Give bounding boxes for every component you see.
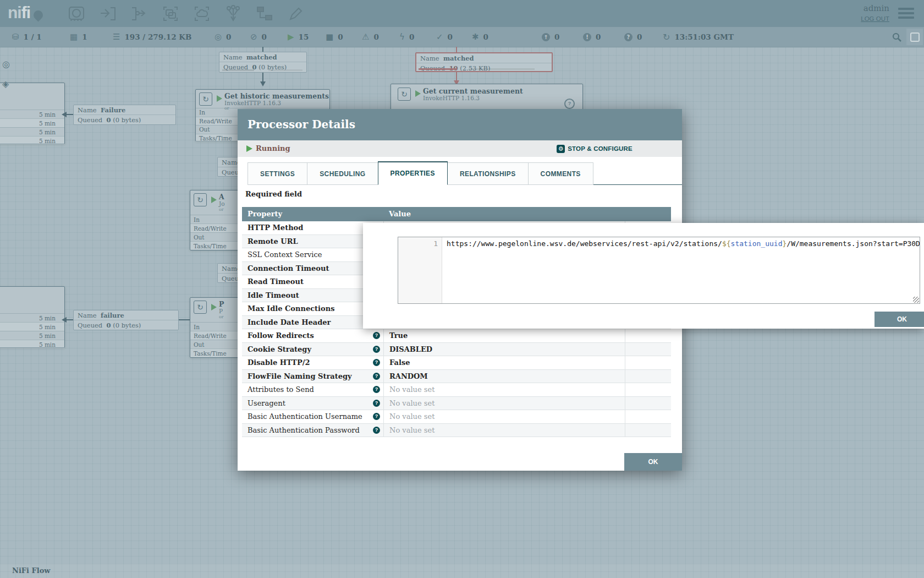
property-row: Cookie Strategy?DISABLED: [242, 343, 671, 357]
dialog-status-bar: Running ⚙ STOP & CONFIGURE: [238, 140, 682, 157]
property-row: Basic Authentication Password?No value s…: [242, 424, 671, 438]
property-value[interactable]: True: [383, 329, 625, 342]
line-number-gutter: 1: [398, 237, 442, 303]
property-value[interactable]: No value set: [383, 383, 625, 396]
property-name: Follow Redirects?: [242, 329, 383, 342]
property-name: Idle Timeout?: [242, 289, 383, 302]
property-name: Useragent?: [242, 397, 383, 410]
help-icon[interactable]: ?: [373, 386, 380, 393]
property-name: Attributes to Send?: [242, 383, 383, 396]
property-name: Remote URL?: [242, 235, 383, 248]
property-value[interactable]: No value set: [383, 424, 625, 437]
property-row: FlowFile Naming Strategy?RANDOM: [242, 370, 671, 384]
property-column-header: Property: [242, 207, 383, 221]
resize-handle[interactable]: [913, 297, 919, 303]
el-variable: station_uuid: [731, 239, 783, 248]
property-name: FlowFile Naming Strategy?: [242, 370, 383, 383]
required-field-note: Required field: [245, 190, 302, 198]
tab-comments[interactable]: COMMENTS: [528, 162, 593, 185]
property-row: Basic Authentication Username?No value s…: [242, 410, 671, 424]
row-spacer: [625, 356, 671, 369]
property-value[interactable]: No value set: [383, 410, 625, 423]
row-spacer: [625, 410, 671, 423]
help-icon[interactable]: ?: [373, 359, 380, 366]
tab-properties[interactable]: PROPERTIES: [378, 161, 448, 185]
el-open: ${: [722, 239, 731, 248]
row-spacer: [625, 383, 671, 396]
nifi-app: 5 min 5 min 5 min 5 min 5 min 5 min 5 mi…: [0, 0, 924, 578]
row-spacer: [625, 343, 671, 356]
row-spacer: [625, 370, 671, 383]
running-status-icon: [246, 145, 252, 152]
dialog-title: Processor Details: [238, 109, 682, 140]
help-icon[interactable]: ?: [373, 427, 380, 434]
property-name: Max Idle Connections?: [242, 302, 383, 315]
value-editor: 1 https://www.pegelonline.wsv.de/webserv…: [398, 237, 920, 304]
editor-ok-button[interactable]: OK: [875, 312, 924, 327]
run-status-label: Running: [256, 144, 290, 152]
property-name: Basic Authentication Password?: [242, 424, 383, 437]
property-row: Attributes to Send?No value set: [242, 383, 671, 397]
property-name: Read Timeout?: [242, 275, 383, 288]
row-spacer: [625, 397, 671, 410]
remote-url-value-input[interactable]: https://www.pegelonline.wsv.de/webservic…: [442, 237, 920, 303]
property-value[interactable]: No value set: [383, 397, 625, 410]
dialog-ok-button[interactable]: OK: [624, 453, 682, 471]
dialog-tabs: SETTINGSSCHEDULINGPROPERTIESRELATIONSHIP…: [248, 161, 682, 185]
property-row: Useragent?No value set: [242, 397, 671, 411]
row-spacer: [625, 329, 671, 342]
help-icon[interactable]: ?: [373, 332, 380, 339]
stop-and-configure-button[interactable]: ⚙ STOP & CONFIGURE: [557, 140, 632, 157]
property-name: Basic Authentication Username?: [242, 410, 383, 423]
property-name: Include Date Header?: [242, 316, 383, 329]
row-spacer: [625, 424, 671, 437]
property-value[interactable]: RANDOM: [383, 370, 625, 383]
help-icon[interactable]: ?: [373, 400, 380, 407]
tab-settings[interactable]: SETTINGS: [248, 162, 307, 185]
tab-scheduling[interactable]: SCHEDULING: [307, 162, 378, 185]
value-column-header: Value: [383, 207, 625, 221]
help-icon[interactable]: ?: [373, 346, 380, 353]
property-name: Cookie Strategy?: [242, 343, 383, 356]
property-name: Connection Timeout?: [242, 262, 383, 275]
property-value[interactable]: False: [383, 356, 625, 369]
property-row: Follow Redirects?True: [242, 329, 671, 343]
property-name: HTTP Method?: [242, 221, 383, 235]
property-name: SSL Context Service?: [242, 248, 383, 261]
properties-table-header: Property Value: [242, 207, 671, 221]
property-row: Disable HTTP/2?False: [242, 356, 671, 370]
help-icon[interactable]: ?: [373, 373, 380, 380]
help-icon[interactable]: ?: [373, 413, 380, 420]
property-name: Disable HTTP/2?: [242, 356, 383, 369]
property-value[interactable]: DISABLED: [383, 343, 625, 356]
tab-relationships[interactable]: RELATIONSHIPS: [447, 162, 529, 185]
value-editor-popup: 1 https://www.pegelonline.wsv.de/webserv…: [363, 223, 924, 329]
gear-icon: ⚙: [557, 145, 565, 153]
